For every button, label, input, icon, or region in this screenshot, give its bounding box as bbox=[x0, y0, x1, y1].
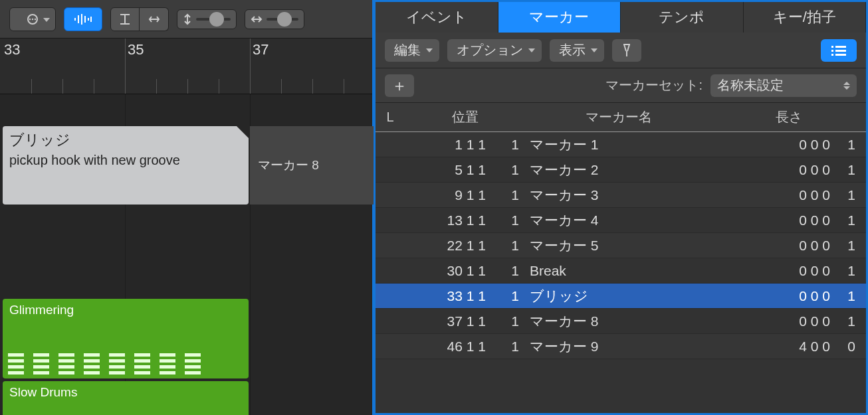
cell-name[interactable]: マーカー 5 bbox=[526, 236, 712, 255]
marker-set-dropdown[interactable]: 名称未設定 bbox=[710, 74, 857, 97]
add-marker-button[interactable]: ＋ bbox=[385, 74, 414, 97]
cell-name[interactable]: マーカー 1 bbox=[526, 135, 712, 154]
cell-length-sub[interactable]: 0 bbox=[835, 339, 866, 355]
tuning-fork-icon bbox=[619, 43, 634, 58]
marker-region-8-label: マーカー 8 bbox=[258, 157, 319, 174]
list-icon bbox=[830, 44, 847, 57]
cell-position[interactable]: 33 1 1 bbox=[405, 288, 491, 304]
column-length[interactable]: 長さ bbox=[712, 108, 866, 126]
cell-name[interactable]: マーカー 4 bbox=[526, 211, 712, 230]
marker-set-label: マーカーセット: bbox=[605, 76, 703, 94]
cell-length[interactable]: 0 0 0 bbox=[742, 288, 835, 304]
svg-rect-22 bbox=[831, 50, 833, 52]
cell-length[interactable]: 0 0 0 bbox=[742, 137, 835, 153]
cell-position[interactable]: 1 1 1 bbox=[405, 137, 491, 153]
marker-row[interactable]: 46 1 11マーカー 94 0 00 bbox=[376, 334, 866, 359]
cell-length-sub[interactable]: 1 bbox=[835, 212, 866, 228]
horizontal-zoom-slider[interactable] bbox=[245, 9, 304, 29]
cell-subposition[interactable]: 1 bbox=[491, 313, 526, 329]
column-name[interactable]: マーカー名 bbox=[526, 108, 712, 126]
tab-event[interactable]: イベント bbox=[376, 2, 498, 33]
cell-name[interactable]: マーカー 8 bbox=[526, 312, 712, 331]
cell-length-sub[interactable]: 1 bbox=[835, 187, 866, 203]
tab-tempo[interactable]: テンポ bbox=[621, 2, 744, 33]
cell-position[interactable]: 5 1 1 bbox=[405, 162, 491, 178]
horizontal-fit-button[interactable] bbox=[140, 7, 169, 31]
cell-position[interactable]: 46 1 1 bbox=[405, 339, 491, 355]
marker-row[interactable]: 33 1 11ブリッジ0 0 01 bbox=[376, 284, 866, 309]
svg-rect-23 bbox=[835, 50, 846, 52]
view-menu[interactable]: 表示 bbox=[550, 39, 604, 62]
column-position[interactable]: 位置 bbox=[405, 108, 526, 126]
cell-length[interactable]: 0 0 0 bbox=[742, 212, 835, 228]
tab-marker[interactable]: マーカー bbox=[498, 2, 621, 33]
cell-length-sub[interactable]: 1 bbox=[835, 137, 866, 153]
tab-key-signature[interactable]: キー/拍子 bbox=[744, 2, 867, 33]
marker-row[interactable]: 13 1 11マーカー 40 0 01 bbox=[376, 208, 866, 233]
cell-subposition[interactable]: 1 bbox=[491, 263, 526, 279]
bar-label: 33 bbox=[4, 41, 20, 58]
cell-subposition[interactable]: 1 bbox=[491, 187, 526, 203]
cell-name[interactable]: マーカー 2 bbox=[526, 161, 712, 179]
cell-length-sub[interactable]: 1 bbox=[835, 238, 866, 254]
column-l[interactable]: L bbox=[376, 110, 405, 125]
marker-row[interactable]: 1 1 11マーカー 10 0 01 bbox=[376, 132, 866, 157]
cell-subposition[interactable]: 1 bbox=[491, 212, 526, 228]
cell-name[interactable]: ブリッジ bbox=[526, 287, 712, 305]
list-tabs: イベント マーカー テンポ キー/拍子 bbox=[376, 2, 866, 33]
svg-point-2 bbox=[32, 18, 33, 19]
cell-length-sub[interactable]: 1 bbox=[835, 313, 866, 329]
cell-name[interactable]: Break bbox=[526, 263, 712, 279]
svg-line-17 bbox=[624, 44, 626, 51]
waveform-button[interactable] bbox=[64, 7, 102, 31]
cell-length[interactable]: 4 0 0 bbox=[742, 339, 835, 355]
left-toolbar bbox=[0, 0, 372, 39]
cell-position[interactable]: 13 1 1 bbox=[405, 212, 491, 228]
marker-region-title: ブリッジ bbox=[9, 130, 242, 150]
marker-table-body: 1 1 11マーカー 10 0 015 1 11マーカー 20 0 019 1 … bbox=[376, 132, 866, 413]
marker-row[interactable]: 37 1 11マーカー 80 0 01 bbox=[376, 309, 866, 334]
cell-subposition[interactable]: 1 bbox=[491, 339, 526, 355]
cell-length[interactable]: 0 0 0 bbox=[742, 187, 835, 203]
list-view-button[interactable] bbox=[821, 39, 857, 62]
cell-length-sub[interactable]: 1 bbox=[835, 288, 866, 304]
list-toolbar: 編集 オプション 表示 bbox=[376, 33, 866, 68]
svg-point-3 bbox=[35, 18, 36, 19]
svg-rect-25 bbox=[835, 54, 846, 56]
cell-length-sub[interactable]: 1 bbox=[835, 162, 866, 178]
edit-menu[interactable]: 編集 bbox=[385, 39, 439, 62]
filter-button[interactable] bbox=[612, 39, 641, 62]
midi-region-2[interactable]: Slow Drums bbox=[3, 381, 249, 415]
cell-position[interactable]: 37 1 1 bbox=[405, 313, 491, 329]
marker-row[interactable]: 22 1 11マーカー 50 0 01 bbox=[376, 233, 866, 258]
vertical-fit-button[interactable] bbox=[110, 7, 140, 31]
cell-length[interactable]: 0 0 0 bbox=[742, 313, 835, 329]
bar-label: 35 bbox=[128, 41, 144, 58]
cell-length[interactable]: 0 0 0 bbox=[742, 162, 835, 178]
cell-length-sub[interactable]: 1 bbox=[835, 263, 866, 279]
marker-region-selected[interactable]: ブリッジ pickup hook with new groove bbox=[3, 126, 249, 205]
marker-row[interactable]: 9 1 11マーカー 30 0 01 bbox=[376, 183, 866, 208]
cell-position[interactable]: 9 1 1 bbox=[405, 187, 491, 203]
cell-name[interactable]: マーカー 9 bbox=[526, 337, 712, 356]
cell-subposition[interactable]: 1 bbox=[491, 162, 526, 178]
cell-position[interactable]: 22 1 1 bbox=[405, 238, 491, 254]
marker-set-row: ＋ マーカーセット: 名称未設定 bbox=[376, 68, 866, 103]
track-area[interactable]: ブリッジ pickup hook with new groove マーカー 8 … bbox=[0, 94, 372, 415]
cell-subposition[interactable]: 1 bbox=[491, 238, 526, 254]
midi-region-1[interactable]: Glimmering bbox=[3, 299, 249, 378]
vertical-zoom-slider[interactable] bbox=[177, 9, 237, 29]
options-menu[interactable]: オプション bbox=[447, 39, 542, 62]
svg-rect-24 bbox=[831, 54, 833, 56]
cell-subposition[interactable]: 1 bbox=[491, 137, 526, 153]
cell-name[interactable]: マーカー 3 bbox=[526, 186, 712, 205]
cell-length[interactable]: 0 0 0 bbox=[742, 263, 835, 279]
cell-length[interactable]: 0 0 0 bbox=[742, 238, 835, 254]
cell-position[interactable]: 30 1 1 bbox=[405, 263, 491, 279]
marker-row[interactable]: 5 1 11マーカー 20 0 01 bbox=[376, 157, 866, 183]
marker-region-8[interactable]: マーカー 8 bbox=[250, 126, 374, 205]
time-ruler[interactable]: 33 35 37 bbox=[0, 39, 372, 94]
marker-row[interactable]: 30 1 11Break0 0 01 bbox=[376, 258, 866, 284]
cell-subposition[interactable]: 1 bbox=[491, 288, 526, 304]
view-menu-button[interactable] bbox=[9, 7, 56, 31]
